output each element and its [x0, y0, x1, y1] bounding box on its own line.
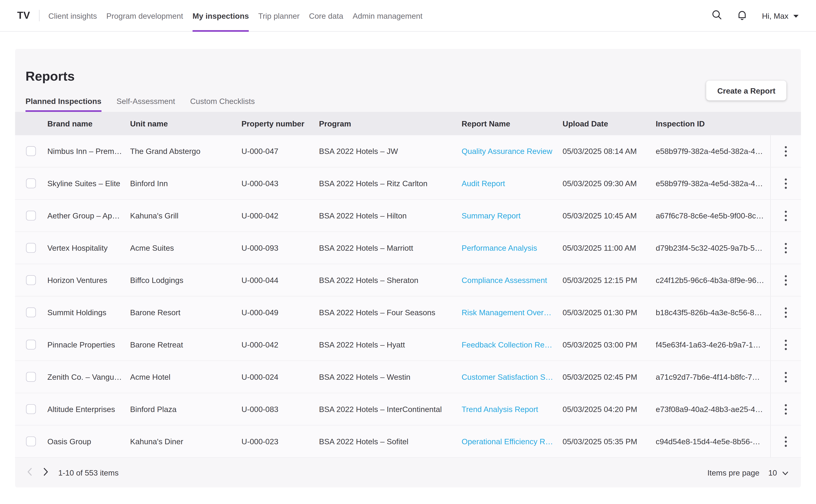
inspection-id-cell: e58b97f9-382a-4e5d-382a-4…	[656, 179, 770, 188]
nav-item[interactable]: Program development	[106, 0, 183, 31]
table-row: Horizon Ventures Biffco Lodgings U-000-0…	[15, 264, 801, 297]
next-page-button[interactable]	[43, 468, 48, 478]
property-number-cell: U-000-023	[241, 437, 319, 446]
unit-name-cell: Biffco Lodgings	[130, 276, 241, 284]
report-name-link[interactable]: Summary Report	[462, 211, 521, 220]
program-cell: BSA 2022 Hotels – Ritz Carlton	[319, 179, 462, 188]
nav-item[interactable]: Core data	[309, 0, 343, 31]
property-number-cell: U-000-049	[241, 308, 319, 317]
upload-date-cell: 05/03/2025 02:45 PM	[563, 372, 656, 381]
row-actions-kebab-button[interactable]	[781, 401, 791, 418]
row-checkbox[interactable]	[26, 436, 36, 446]
nav-divider	[39, 10, 40, 21]
program-cell: BSA 2022 Hotels – Sheraton	[319, 276, 462, 284]
unit-name-cell: Acme Hotel	[130, 372, 241, 381]
pagination-bar: 1-10 of 553 items Items pre page 10	[15, 458, 801, 487]
row-checkbox[interactable]	[26, 404, 36, 414]
inspection-id-cell: a67f6c78-8c6e-4e5b-9f00-8c…	[656, 211, 770, 220]
inspection-id-cell: d79b23f4-5c32-4025-9a7b-5…	[656, 244, 770, 252]
row-actions-kebab-button[interactable]	[781, 175, 791, 192]
brand-name-cell: Summit Holdings	[47, 308, 130, 317]
row-checkbox[interactable]	[26, 211, 36, 221]
report-name-link[interactable]: Trend Analysis Report	[462, 405, 538, 413]
unit-name-cell: Binford Inn	[130, 179, 241, 188]
row-checkbox[interactable]	[26, 275, 36, 285]
report-tabs: Planned InspectionsSelf-AssessmentCustom…	[15, 97, 801, 112]
inspection-id-cell: c94d54e8-15d4-4e5e-8b56-…	[656, 437, 770, 446]
inspection-id-cell: e73f08a9-40a2-48b3-ae25-4…	[656, 405, 770, 413]
row-actions-kebab-button[interactable]	[781, 143, 791, 160]
row-checkbox[interactable]	[26, 178, 36, 188]
row-actions-kebab-button[interactable]	[781, 240, 791, 256]
items-per-page-value: 10	[768, 468, 777, 477]
report-name-link[interactable]: Customer Satisfaction S…	[462, 372, 553, 381]
row-checkbox[interactable]	[26, 146, 36, 156]
table-row: Vertex Hospitality Acme Suites U-000-093…	[15, 232, 801, 264]
table-row: Pinnacle Properties Barone Retreat U-000…	[15, 329, 801, 361]
row-checkbox[interactable]	[26, 307, 36, 317]
report-name-link[interactable]: Operational Efficiency R…	[462, 437, 553, 446]
report-name-link[interactable]: Audit Report	[462, 179, 505, 188]
report-tab[interactable]: Custom Checklists	[190, 97, 255, 112]
items-per-page-select[interactable]: 10	[768, 468, 788, 477]
app-logo[interactable]: TV	[17, 10, 30, 21]
col-brand-name: Brand name	[47, 119, 130, 128]
program-cell: BSA 2022 Hotels – Hyatt	[319, 340, 462, 349]
table-row: Altitude Enterprises Binford Plaza U-000…	[15, 393, 801, 426]
property-number-cell: U-000-042	[241, 340, 319, 349]
nav-item[interactable]: Admin management	[352, 0, 423, 31]
pagination-range-text: 1-10 of 553 items	[58, 468, 119, 477]
nav-item[interactable]: My inspections	[192, 0, 249, 31]
row-actions-kebab-button[interactable]	[781, 304, 791, 321]
row-checkbox[interactable]	[26, 372, 36, 382]
table-body: Nimbus Inn – Prem… The Grand Abstergo U-…	[15, 135, 801, 458]
upload-date-cell: 05/03/2025 01:30 PM	[563, 308, 656, 317]
program-cell: BSA 2022 Hotels – Four Seasons	[319, 308, 462, 317]
upload-date-cell: 05/03/2025 08:14 AM	[563, 147, 656, 156]
table-header-row: Brand name Unit name Property number Pro…	[15, 112, 801, 135]
primary-nav: Client insightsProgram developmentMy ins…	[48, 0, 432, 31]
chevron-right-icon	[43, 468, 48, 478]
nav-item[interactable]: Trip planner	[258, 0, 300, 31]
chevron-left-icon	[27, 468, 32, 478]
row-actions-kebab-button[interactable]	[781, 272, 791, 289]
report-name-link[interactable]: Quality Assurance Review	[462, 147, 552, 156]
row-actions-kebab-button[interactable]	[781, 369, 791, 385]
chevron-down-icon	[782, 468, 788, 477]
search-button[interactable]	[711, 9, 722, 22]
create-report-button[interactable]: Create a Report	[706, 81, 787, 100]
program-cell: BSA 2022 Hotels – InterContinental	[319, 405, 462, 413]
report-name-link[interactable]: Performance Analysis	[462, 244, 537, 252]
brand-name-cell: Vertex Hospitality	[47, 244, 130, 252]
inspection-id-cell: f45e63f4-1a63-4e26-b9a7-1…	[656, 340, 770, 349]
property-number-cell: U-000-042	[241, 211, 319, 220]
bell-icon	[737, 9, 748, 22]
col-unit-name: Unit name	[130, 119, 241, 128]
report-name-link[interactable]: Feedback Collection Re…	[462, 340, 552, 349]
program-cell: BSA 2022 Hotels – Marriott	[319, 244, 462, 252]
user-menu[interactable]: Hi, Max	[762, 11, 799, 20]
row-checkbox[interactable]	[26, 340, 36, 350]
unit-name-cell: Kahuna's Diner	[130, 437, 241, 446]
row-actions-kebab-button[interactable]	[781, 433, 791, 450]
unit-name-cell: Binford Plaza	[130, 405, 241, 413]
row-actions-kebab-button[interactable]	[781, 336, 791, 353]
table-row: Zenith Co. – Vangu… Acme Hotel U-000-024…	[15, 361, 801, 393]
unit-name-cell: Kahuna's Grill	[130, 211, 241, 220]
upload-date-cell: 05/03/2025 05:35 PM	[563, 437, 656, 446]
nav-item[interactable]: Client insights	[48, 0, 97, 31]
report-name-link[interactable]: Compliance Assessment	[462, 276, 547, 284]
report-tab[interactable]: Planned Inspections	[25, 97, 101, 112]
report-name-link[interactable]: Risk Management Over…	[462, 308, 552, 317]
row-actions-kebab-button[interactable]	[781, 207, 791, 224]
report-tab[interactable]: Self-Assessment	[116, 97, 175, 112]
user-greeting: Hi, Max	[762, 11, 789, 20]
brand-name-cell: Pinnacle Properties	[47, 340, 130, 349]
col-upload-date: Upload Date	[563, 119, 656, 128]
app-root: TV Client insightsProgram developmentMy …	[0, 0, 816, 504]
previous-page-button[interactable]	[27, 468, 32, 478]
upload-date-cell: 05/03/2025 03:00 PM	[563, 340, 656, 349]
row-checkbox[interactable]	[26, 243, 36, 253]
col-report-name: Report Name	[462, 119, 563, 128]
notifications-button[interactable]	[737, 9, 748, 22]
